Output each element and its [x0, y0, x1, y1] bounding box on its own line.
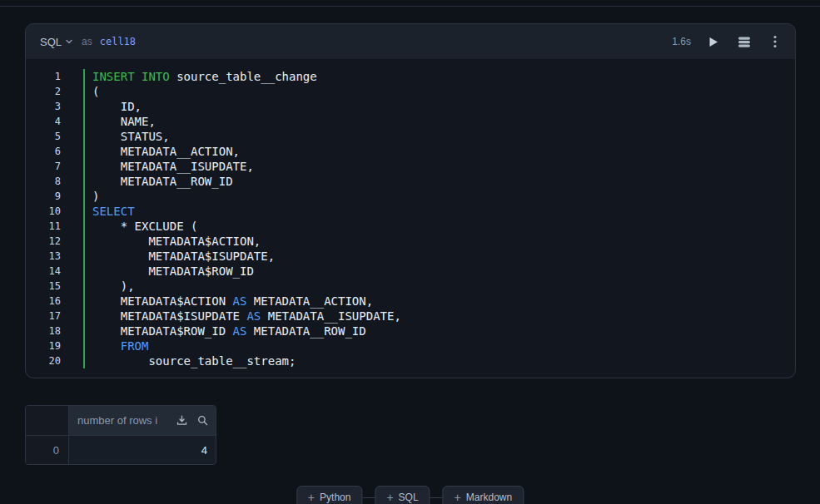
cell-header: SQL as cell18 1.6s: [26, 24, 795, 59]
code-line[interactable]: 15 ),: [26, 279, 795, 294]
search-icon[interactable]: [196, 414, 209, 427]
code-text[interactable]: METADATA$ACTION,: [83, 234, 261, 249]
cell-menu-kebab-icon[interactable]: [767, 33, 783, 50]
add-markdown-cell-button[interactable]: + Markdown: [443, 486, 524, 504]
download-icon[interactable]: [175, 414, 188, 427]
sql-cell-card: SQL as cell18 1.6s: [25, 23, 796, 378]
code-line[interactable]: 10SELECT: [26, 204, 795, 219]
code-text[interactable]: METADATA__ACTION,: [83, 144, 240, 159]
code-line[interactable]: 12 METADATA$ACTION,: [26, 234, 795, 249]
language-dropdown[interactable]: SQL: [40, 36, 73, 48]
line-number: 14: [26, 264, 61, 279]
add-python-label: Python: [320, 492, 350, 503]
code-text[interactable]: ),: [83, 279, 135, 294]
code-line[interactable]: 2(: [26, 84, 795, 99]
cell-header-actions: 1.6s: [672, 33, 783, 50]
line-number: 15: [26, 279, 61, 294]
add-sql-cell-button[interactable]: + SQL: [375, 486, 430, 504]
code-text[interactable]: METADATA$ROW_ID: [83, 264, 254, 279]
code-line[interactable]: 1INSERT INTO source_table__change: [26, 69, 795, 84]
line-number: 8: [26, 174, 61, 189]
code-text[interactable]: * EXCLUDE (: [83, 219, 197, 234]
line-number: 9: [26, 189, 61, 204]
add-markdown-label: Markdown: [466, 492, 512, 503]
row-value: 4: [77, 444, 209, 457]
code-text[interactable]: METADATA$ROW_ID AS METADATA__ROW_ID: [83, 324, 366, 338]
code-text[interactable]: SELECT: [83, 204, 135, 219]
plus-icon: +: [455, 492, 461, 503]
code-line[interactable]: 16 METADATA$ACTION AS METADATA__ACTION,: [26, 294, 795, 309]
code-text[interactable]: NAME,: [83, 114, 156, 129]
code-line[interactable]: 14 METADATA$ROW_ID: [26, 264, 795, 279]
connector-line: [430, 497, 443, 498]
column-header-icons: [175, 414, 209, 427]
line-number: 18: [26, 324, 61, 338]
row-index-header-cell: [26, 406, 69, 435]
code-line[interactable]: 6 METADATA__ACTION,: [26, 144, 795, 159]
code-text[interactable]: FROM: [83, 338, 148, 353]
code-line[interactable]: 13 METADATA$ISUPDATE,: [26, 249, 795, 264]
run-cell-button[interactable]: [705, 33, 722, 50]
code-line[interactable]: 8 METADATA__ROW_ID: [26, 174, 795, 189]
line-number: 12: [26, 234, 61, 249]
line-number: 5: [26, 129, 61, 144]
line-number: 19: [26, 338, 61, 353]
code-text[interactable]: INSERT INTO source_table__change: [83, 69, 317, 84]
cell-name[interactable]: cell18: [100, 36, 136, 47]
language-label: SQL: [40, 36, 62, 48]
code-text[interactable]: source_table__stream;: [83, 353, 296, 368]
code-text[interactable]: METADATA__ROW_ID: [83, 174, 233, 189]
line-number: 13: [26, 249, 61, 264]
line-number: 20: [26, 353, 61, 368]
add-python-cell-button[interactable]: + Python: [296, 486, 363, 504]
line-number: 7: [26, 159, 61, 174]
code-text[interactable]: METADATA$ISUPDATE,: [83, 249, 275, 264]
results-header-row: number of rows i: [26, 406, 216, 435]
code-text[interactable]: (: [83, 84, 99, 99]
code-editor[interactable]: 1INSERT INTO source_table__change2(3 ID,…: [26, 59, 795, 378]
line-number: 3: [26, 99, 61, 114]
code-line[interactable]: 4 NAME,: [26, 114, 795, 129]
add-sql-label: SQL: [399, 492, 419, 503]
code-text[interactable]: METADATA$ISUPDATE AS METADATA__ISUPDATE,: [83, 309, 401, 324]
previous-cell-edge: [0, 6, 820, 7]
line-number: 16: [26, 294, 61, 309]
results-table: number of rows i 0 4: [25, 405, 216, 465]
row-index-cell: 0: [26, 436, 69, 464]
chevron-down-icon: [65, 37, 73, 46]
plus-icon: +: [386, 492, 393, 503]
code-text[interactable]: METADATA__ISUPDATE,: [83, 159, 254, 174]
line-number: 4: [26, 114, 61, 129]
column-header-label: number of rows i: [77, 414, 171, 427]
row-value-cell: 4: [69, 436, 216, 464]
code-line[interactable]: 18 METADATA$ROW_ID AS METADATA__ROW_ID: [26, 324, 795, 338]
code-line[interactable]: 7 METADATA__ISUPDATE,: [26, 159, 795, 174]
code-text[interactable]: ID,: [83, 99, 142, 114]
code-line[interactable]: 20 source_table__stream;: [26, 353, 795, 368]
add-cell-bar: + Python + SQL + Markdown: [296, 486, 524, 504]
line-number: 10: [26, 204, 61, 219]
code-line[interactable]: 3 ID,: [26, 99, 795, 114]
line-number: 1: [26, 69, 61, 84]
code-line[interactable]: 9): [26, 189, 795, 204]
line-number: 17: [26, 309, 61, 324]
run-duration: 1.6s: [672, 36, 691, 47]
toggle-results-icon[interactable]: [736, 33, 753, 50]
code-line[interactable]: 17 METADATA$ISUPDATE AS METADATA__ISUPDA…: [26, 309, 795, 324]
connector-line: [362, 497, 375, 498]
line-number: 2: [26, 84, 61, 99]
code-line[interactable]: 11 * EXCLUDE (: [26, 219, 795, 234]
table-row: 0 4: [26, 435, 216, 464]
code-line[interactable]: 19 FROM: [26, 338, 795, 353]
code-text[interactable]: METADATA$ACTION AS METADATA__ACTION,: [83, 294, 373, 309]
value-header-cell[interactable]: number of rows i: [69, 406, 216, 435]
as-label: as: [82, 36, 92, 47]
line-number: 6: [26, 144, 61, 159]
code-text[interactable]: ): [83, 189, 99, 204]
code-text[interactable]: STATUS,: [83, 129, 170, 144]
code-line[interactable]: 5 STATUS,: [26, 129, 795, 144]
plus-icon: +: [308, 492, 315, 503]
line-number: 11: [26, 219, 61, 234]
